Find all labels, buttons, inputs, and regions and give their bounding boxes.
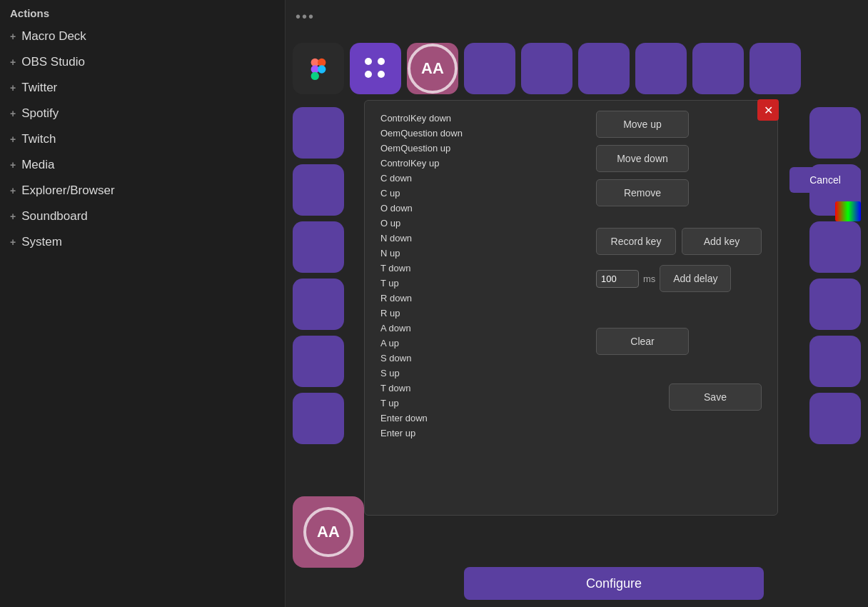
sidebar-item-label: Twitter: [21, 81, 57, 95]
more-options-dots[interactable]: •••: [296, 9, 315, 25]
sidebar-item-system[interactable]: +System: [0, 229, 285, 255]
record-add-pair: Record key Add key: [596, 228, 762, 255]
left-icon-btn-4[interactable]: [293, 279, 344, 330]
expand-icon: +: [10, 82, 16, 94]
modal-close-button[interactable]: ✕: [757, 99, 779, 121]
key-list-item[interactable]: S up: [375, 366, 586, 381]
icon-btn-4[interactable]: [464, 43, 515, 94]
delay-input[interactable]: [596, 270, 639, 288]
record-key-button[interactable]: Record key: [596, 228, 676, 255]
expand-icon: +: [10, 56, 16, 68]
add-key-button[interactable]: Add key: [682, 228, 762, 255]
sidebar-item-explorer-browser[interactable]: +Explorer/Browser: [0, 178, 285, 204]
key-list-item[interactable]: T down: [375, 381, 586, 396]
right-icon-btn-6[interactable]: [809, 393, 861, 444]
key-list-item[interactable]: ControlKey up: [375, 156, 586, 171]
key-list-item[interactable]: O up: [375, 216, 586, 231]
icon-btn-9[interactable]: [750, 43, 801, 94]
key-list-item[interactable]: T up: [375, 276, 586, 291]
right-icon-btn-5[interactable]: [809, 336, 861, 387]
expand-icon: +: [10, 134, 16, 145]
icon-col-left: [293, 107, 344, 444]
sidebar-item-twitter[interactable]: +Twitter: [0, 75, 285, 101]
move-down-button[interactable]: Move down: [596, 145, 689, 172]
expand-icon: +: [10, 185, 16, 196]
main-area: ••• AA: [286, 0, 868, 607]
sidebar-item-label: Explorer/Browser: [21, 184, 114, 198]
key-list-item[interactable]: O down: [375, 201, 586, 216]
left-icon-btn-3[interactable]: [293, 221, 344, 273]
sidebar-title: Actions: [0, 0, 285, 24]
sidebar-item-spotify[interactable]: +Spotify: [0, 101, 285, 126]
icon-btn-8[interactable]: [692, 43, 744, 94]
key-list-item[interactable]: Enter down: [375, 411, 586, 426]
icon-btn-7[interactable]: [635, 43, 687, 94]
figma-button[interactable]: [293, 43, 344, 94]
remove-button[interactable]: Remove: [596, 179, 689, 206]
modal-controls: Move up Move down Remove Record key Add …: [586, 101, 772, 421]
left-icon-btn-5[interactable]: [293, 336, 344, 387]
left-icon-btn-6[interactable]: [293, 393, 344, 444]
four-dot-icon: [365, 58, 386, 79]
expand-icon: +: [10, 31, 16, 42]
sidebar-item-label: Soundboard: [21, 209, 88, 224]
icon-btn-6[interactable]: [578, 43, 630, 94]
clear-button[interactable]: Clear: [596, 328, 689, 355]
aa-circle-bottom-icon: AA: [303, 507, 353, 557]
key-list-item[interactable]: Enter up: [375, 426, 586, 441]
sidebar-item-obs-studio[interactable]: +OBS Studio: [0, 49, 285, 75]
sidebar-item-label: Media: [21, 158, 54, 172]
color-swatch[interactable]: [835, 201, 861, 221]
add-delay-button[interactable]: Add delay: [660, 265, 731, 292]
key-list-item[interactable]: A down: [375, 321, 586, 336]
save-button[interactable]: Save: [669, 383, 762, 411]
icon-btn-5[interactable]: [521, 43, 572, 94]
move-up-button[interactable]: Move up: [596, 111, 689, 138]
key-list-item[interactable]: S down: [375, 351, 586, 366]
expand-icon: +: [10, 159, 16, 171]
sidebar-item-label: Macro Deck: [21, 29, 86, 44]
left-icon-btn-2[interactable]: [293, 164, 344, 216]
modal-dialog: ✕ ControlKey downOemQuestion downOemQues…: [364, 100, 778, 516]
sidebar-item-label: System: [21, 235, 62, 249]
key-list-item[interactable]: N down: [375, 231, 586, 246]
bottom-aa-icon[interactable]: AA: [293, 496, 364, 568]
expand-icon: +: [10, 236, 16, 248]
key-list-item[interactable]: ControlKey down: [375, 111, 586, 126]
key-list-item[interactable]: T up: [375, 396, 586, 411]
aa-button-top[interactable]: AA: [407, 43, 458, 94]
right-icon-btn-4[interactable]: [809, 279, 861, 330]
icon-col-right: [809, 107, 861, 444]
cancel-button[interactable]: Cancel: [789, 167, 861, 193]
key-list-item[interactable]: N up: [375, 246, 586, 261]
key-list-item[interactable]: OemQuestion up: [375, 141, 586, 156]
key-list-item[interactable]: OemQuestion down: [375, 126, 586, 141]
modal-right-inner: Move up Move down Remove Record key Add …: [596, 111, 762, 411]
sidebar-item-macro-deck[interactable]: +Macro Deck: [0, 24, 285, 49]
sidebar-item-twitch[interactable]: +Twitch: [0, 126, 285, 152]
svg-point-2: [311, 72, 319, 80]
svg-point-4: [318, 65, 326, 73]
sidebar-item-label: OBS Studio: [21, 55, 85, 69]
right-icon-btn-3[interactable]: [809, 221, 861, 273]
aa-circle-icon: AA: [408, 44, 458, 94]
key-list-item[interactable]: T down: [375, 261, 586, 276]
expand-icon: +: [10, 211, 16, 222]
sidebar-item-soundboard[interactable]: +Soundboard: [0, 204, 285, 229]
expand-icon: +: [10, 108, 16, 119]
key-list-item[interactable]: R up: [375, 306, 586, 321]
macro-deck-button[interactable]: [350, 43, 401, 94]
key-list-item[interactable]: A up: [375, 336, 586, 351]
left-icon-btn-1[interactable]: [293, 107, 344, 159]
delay-row: ms Add delay: [596, 265, 762, 292]
right-icon-btn-1[interactable]: [809, 107, 861, 159]
sidebar-item-media[interactable]: +Media: [0, 152, 285, 178]
sidebar-items: +Macro Deck+OBS Studio+Twitter+Spotify+T…: [0, 24, 285, 255]
clear-section: Clear: [596, 328, 762, 355]
configure-button[interactable]: Configure: [464, 567, 764, 600]
delay-ms-label: ms: [643, 274, 655, 284]
sidebar-item-label: Twitch: [21, 132, 56, 146]
key-list-item[interactable]: R down: [375, 291, 586, 306]
key-list-item[interactable]: C up: [375, 186, 586, 201]
key-list-item[interactable]: C down: [375, 171, 586, 186]
